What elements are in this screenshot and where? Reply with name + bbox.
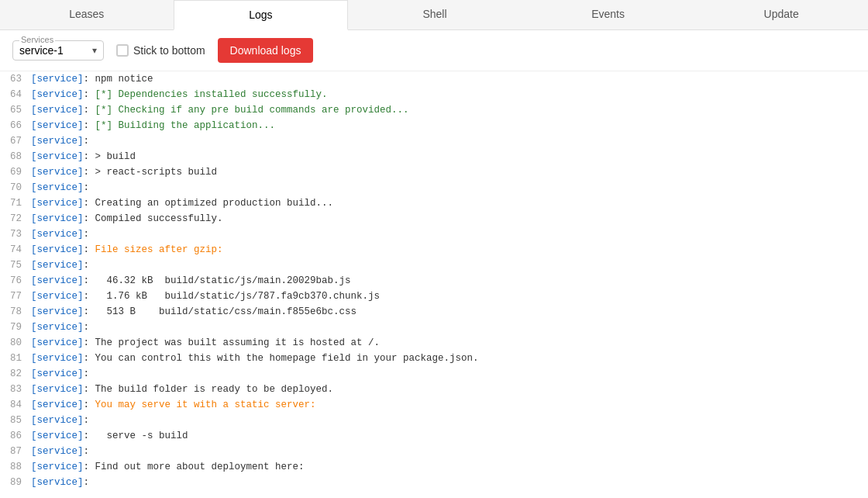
log-normal-text: : Find out more about deployment here: [84,462,305,472]
download-logs-button[interactable]: Download logs [218,38,314,63]
service-tag: [service] [31,244,84,255]
line-number: 79 [0,320,31,335]
line-number: 75 [0,258,31,273]
log-normal-text: : 1.76 kB build/static/js/787.fa9cb370.c… [84,291,381,302]
log-green-text: [*] Building the application... [95,120,276,131]
line-number: 89 [0,475,31,489]
log-text: [service]: > react-scripts build [31,164,217,180]
log-text: [service]: [*] Building the application.… [31,118,275,133]
log-line: 72[service]: Compiled successfully. [0,211,868,227]
stick-to-bottom-checkbox[interactable] [116,44,129,57]
log-line: 70[service]: [0,180,868,195]
log-line: 89[service]: [0,475,868,489]
service-tag: [service] [31,322,84,333]
log-line: 88[service]: Find out more about deploym… [0,459,868,475]
line-number: 69 [0,164,31,180]
stick-to-bottom-label[interactable]: Stick to bottom [116,44,205,57]
line-number: 68 [0,149,31,164]
log-text: [service]: [*] Dependencies installed su… [31,87,328,102]
log-normal-text: : 46.32 kB build/static/js/main.20029bab… [84,275,351,286]
log-text: [service]: [31,180,89,195]
service-tag: [service] [31,120,84,131]
line-number: 66 [0,118,31,133]
log-yellow-text: File sizes after gzip: [95,244,223,255]
log-text: [service]: File sizes after gzip: [31,242,223,258]
log-text: [service]: Creating an optimized product… [31,195,333,211]
log-text: [service]: serve -s build [31,428,188,444]
line-number: 83 [0,382,31,397]
log-normal-text: : [84,368,90,379]
log-normal-text: : [84,120,95,131]
log-text: [service]: Compiled successfully. [31,211,223,227]
log-text: [service]: > build [31,149,136,164]
line-number: 72 [0,211,31,227]
line-number: 87 [0,444,31,459]
log-green-text: [*] Dependencies installed successfully. [95,89,328,100]
service-tag: [service] [31,384,84,395]
log-normal-text: : [84,229,90,240]
service-tag: [service] [31,399,84,410]
line-number: 67 [0,133,31,149]
tab-events[interactable]: Events [522,0,695,29]
tab-bar: Leases Logs Shell Events Update [0,0,868,30]
services-label: Services [19,35,55,44]
log-normal-text: : serve -s build [84,431,188,441]
service-tag: [service] [31,462,84,472]
log-text: [service]: [31,475,89,489]
log-normal-text: : Creating an optimized production build… [84,198,334,209]
log-normal-text: : [84,105,95,116]
log-line: 77[service]: 1.76 kB build/static/js/787… [0,289,868,304]
tab-shell[interactable]: Shell [348,0,522,29]
log-line: 75[service]: [0,258,868,273]
log-text: [service]: [31,133,89,149]
line-number: 80 [0,335,31,351]
log-line: 83[service]: The build folder is ready t… [0,382,868,397]
line-number: 86 [0,428,31,444]
log-line: 67[service]: [0,133,868,149]
log-text: [service]: npm notice [31,71,153,87]
log-normal-text: : [84,244,95,255]
service-tag: [service] [31,167,84,178]
log-normal-text: : [84,399,95,410]
line-number: 71 [0,195,31,211]
service-tag: [service] [31,74,84,85]
service-tag: [service] [31,213,84,224]
log-normal-text: : The build folder is ready to be deploy… [84,384,334,395]
log-text: [service]: [31,320,89,335]
log-text: [service]: The build folder is ready to … [31,382,333,397]
service-tag: [service] [31,337,84,348]
service-tag: [service] [31,431,84,441]
log-normal-text: : > build [84,151,136,162]
service-tag: [service] [31,291,84,302]
tab-update[interactable]: Update [694,0,868,29]
services-select[interactable]: service-1 service-2 [19,44,97,57]
service-tag: [service] [31,260,84,271]
log-normal-text: : Compiled successfully. [84,213,223,224]
log-normal-text: : [84,477,90,488]
line-number: 70 [0,180,31,195]
tab-logs[interactable]: Logs [174,0,349,30]
log-normal-text: : [84,89,95,100]
log-line: 81[service]: You can control this with t… [0,351,868,366]
service-tag: [service] [31,198,84,209]
service-tag: [service] [31,182,84,193]
log-text: [service]: [31,366,89,382]
log-text: [service]: The project was built assumin… [31,335,380,351]
log-line: 69[service]: > react-scripts build [0,164,868,180]
log-line: 80[service]: The project was built assum… [0,335,868,351]
log-text: [service]: [31,227,89,242]
log-line: 86[service]: serve -s build [0,428,868,444]
line-number: 74 [0,242,31,258]
log-normal-text: : [84,322,90,333]
log-text: [service]: [31,413,89,428]
line-number: 76 [0,273,31,289]
tab-leases[interactable]: Leases [0,0,174,29]
log-text: [service]: 46.32 kB build/static/js/main… [31,273,351,289]
log-line: 66[service]: [*] Building the applicatio… [0,118,868,133]
log-text: [service]: 513 B build/static/css/main.f… [31,304,356,320]
log-line: 87[service]: [0,444,868,459]
services-select-wrapper: Services service-1 service-2 ▾ [12,40,104,61]
service-tag: [service] [31,446,84,457]
service-tag: [service] [31,477,84,488]
log-normal-text: : You can control this with the homepage… [84,353,479,364]
